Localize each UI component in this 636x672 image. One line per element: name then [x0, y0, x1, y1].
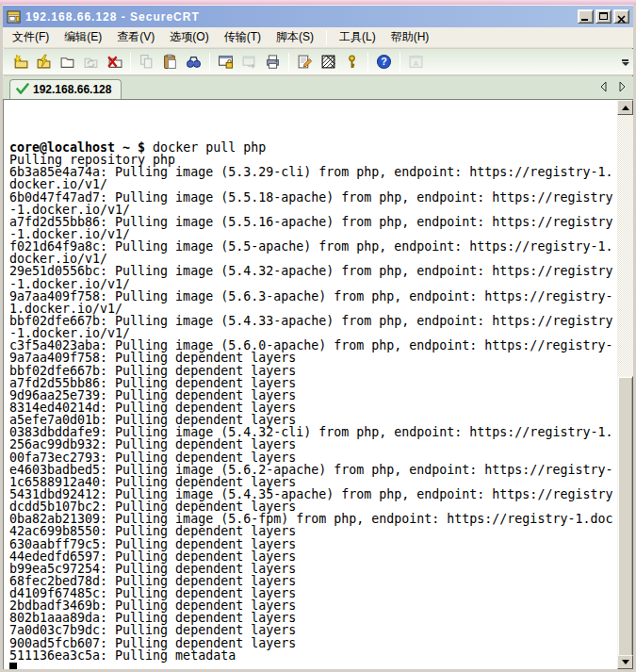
tab-scroll-left-icon[interactable] — [597, 80, 609, 93]
connect-icon[interactable] — [33, 51, 55, 73]
help-icon[interactable]: ? — [373, 51, 395, 73]
menu-separator — [326, 30, 327, 45]
minimize-button[interactable] — [578, 9, 594, 24]
vertical-scrollbar[interactable] — [617, 100, 633, 669]
terminal-output-line: 900ad5fcb607: Pulling dependent layers — [9, 637, 617, 649]
terminal-output: core@localhost ~ $ docker pull php Pulli… — [4, 100, 617, 669]
terminal-output-line: 256ac99db932: Pulling dependent layers — [9, 438, 617, 451]
menu-item[interactable]: 文件(F) — [6, 27, 56, 47]
quick-connect-icon[interactable] — [9, 51, 31, 73]
menu-item[interactable]: 查看(V) — [110, 27, 161, 47]
menu-item[interactable]: 工具(L) — [333, 27, 383, 47]
svg-text:?: ? — [381, 56, 386, 67]
session-tab[interactable]: 192.168.66.128 — [9, 79, 122, 99]
terminal-output-line: 7a0d03c7b9dc: Pulling dependent layers — [9, 624, 617, 636]
terminal-output-line: e4603badbed5: Pulling image (5.6.2-apach… — [9, 464, 617, 476]
menu-item[interactable]: 选项(O) — [163, 27, 215, 47]
toolbar-separator — [288, 53, 289, 72]
session-options-icon[interactable] — [294, 51, 316, 73]
terminal-cursor — [9, 663, 17, 669]
maximize-button[interactable] — [595, 9, 612, 24]
toolbar-separator — [209, 53, 210, 72]
menu-items-left: 文件(F)编辑(E)查看(V)选项(O)传输(T)脚本(S) — [5, 27, 321, 47]
terminal-output-line: 6b0d47f47ad7: Pulling image (5.5.18-apac… — [9, 191, 617, 204]
clone-session-icon[interactable] — [238, 51, 260, 73]
securecrt-window: 192.168.66.128 - SecureCRT 文件(F)编辑(E)查看(… — [0, 5, 636, 672]
terminal-output-line: -1.docker.io/v1/ — [9, 278, 617, 290]
close-icon — [616, 11, 627, 28]
terminal-output-line: -1.docker.io/v1/ — [9, 204, 617, 216]
find-icon[interactable] — [183, 51, 204, 73]
terminal-output-line: b99ea5c97254: Pulling dependent layers — [9, 563, 617, 575]
disconnect-icon[interactable] — [104, 51, 125, 73]
terminal-output-line: 29e51d0556bc: Pulling image (5.4.32-apac… — [9, 265, 617, 277]
reconnect-icon[interactable] — [80, 51, 102, 73]
scroll-up-icon — [622, 106, 629, 110]
terminal-output-line: 1.docker.io/v1/ — [9, 303, 617, 315]
terminal-output-line: a7fd2d55bb86: Pulling dependent layers — [9, 377, 617, 389]
terminal-output-line: 00fa73ec2793: Pulling dependent layers — [9, 451, 617, 464]
securecrt-app-icon — [7, 9, 22, 25]
print-icon[interactable] — [262, 51, 284, 73]
minimize-icon — [581, 19, 588, 21]
title-bar[interactable]: 192.168.66.128 - SecureCRT — [3, 6, 633, 27]
terminal-output-line: 44ededfd6597: Pulling dependent layers — [9, 550, 617, 563]
terminal-output-line: a7fd2d55bb86: Pulling image (5.5.16-apac… — [9, 216, 617, 228]
session-tab-bar: 192.168.66.128 — [3, 76, 633, 99]
menu-items-right: 工具(L)帮助(H) — [332, 27, 436, 47]
terminal-output-line: 9a7aa409f758: Pulling dependent layers — [9, 352, 617, 364]
close-button[interactable] — [613, 9, 629, 24]
key-agent-icon[interactable] — [341, 51, 363, 73]
scroll-down-icon — [622, 660, 629, 664]
toolbar: ? A — [3, 49, 633, 75]
svg-text:A: A — [414, 59, 418, 68]
menu-item[interactable]: 帮助(H) — [384, 27, 436, 47]
paste-icon[interactable] — [159, 51, 181, 73]
scroll-up-button[interactable] — [617, 100, 633, 115]
connected-check-icon — [16, 83, 29, 97]
session-tab-label: 192.168.66.128 — [33, 83, 111, 96]
toolbar-separator — [130, 53, 131, 72]
tab-scroll-right-icon[interactable] — [616, 80, 628, 93]
session-window-icon[interactable] — [215, 51, 236, 73]
copy-icon[interactable] — [136, 51, 157, 73]
terminal-output-line: 9a7aa409f758: Pulling image (5.6.3-apach… — [9, 290, 617, 303]
terminal-output-line: 1c6588912a40: Pulling dependent layers — [9, 476, 617, 488]
terminal-screen[interactable]: core@localhost ~ $ docker pull php Pulli… — [3, 99, 633, 669]
toolbar-separator — [400, 53, 400, 72]
menu-item[interactable]: 编辑(E) — [57, 27, 108, 47]
scroll-down-button[interactable] — [617, 655, 633, 669]
maximize-icon — [599, 12, 608, 20]
terminal-output-line: docker.io/v1/ — [9, 178, 617, 190]
toolbar-overflow-icon — [622, 59, 628, 61]
menu-item[interactable]: 传输(T) — [218, 27, 268, 47]
keyboard-map-icon[interactable] — [318, 51, 339, 73]
menu-item[interactable]: 脚本(S) — [269, 27, 320, 47]
toolbar-overflow-button[interactable] — [619, 54, 631, 71]
menu-bar: 文件(F)编辑(E)查看(V)选项(O)传输(T)脚本(S) 工具(L)帮助(H… — [3, 27, 633, 48]
terminal-output-line: bbf02dfe667b: Pulling dependent layers — [9, 365, 617, 377]
terminal-output-line: 511136ea3c5a: Pulling metadata — [9, 649, 617, 662]
toolbar-separator — [367, 53, 368, 72]
scrollbar-thumb[interactable] — [617, 376, 633, 662]
terminal-output-line: 42ac699b8550: Pulling dependent layers — [9, 525, 617, 537]
connect-in-tab-icon[interactable] — [57, 51, 78, 73]
window-title: 192.168.66.128 - SecureCRT — [25, 10, 578, 24]
terminal-output-line: 630aabff79c5: Pulling dependent layers — [9, 538, 617, 550]
terminal-output-line: 9d96aa25e739: Pulling dependent layers — [9, 389, 617, 402]
window-arrange-icon[interactable]: A — [405, 51, 427, 73]
